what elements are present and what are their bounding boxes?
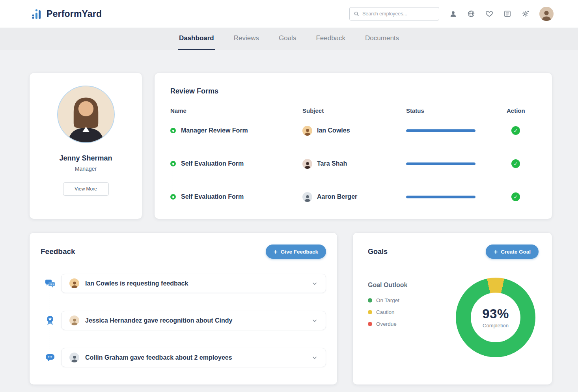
avatar	[302, 159, 312, 169]
create-goal-label: Create Goal	[501, 249, 531, 255]
review-forms-rows: Manager Review Form Ian Cowles ✓	[170, 114, 536, 213]
legend-item-caution: Caution	[368, 309, 407, 315]
review-forms-header-row: Name Subject Status Action	[170, 107, 536, 114]
top-header: PerformYard	[0, 0, 578, 28]
legend-item-on-target: On Target	[368, 297, 407, 303]
profile-card: Jenny Sherman Manager View More	[30, 73, 142, 219]
progress-bar-fill	[406, 129, 475, 132]
tab-dashboard[interactable]: Dashboard	[178, 28, 215, 50]
give-feedback-button[interactable]: + Give Feedback	[266, 245, 326, 259]
chat-bubbles-icon	[39, 277, 61, 290]
avatar	[302, 192, 312, 202]
avatar	[69, 278, 79, 288]
goals-title: Goals	[368, 248, 388, 256]
column-header-subject: Subject	[302, 107, 406, 114]
settings-gear-icon[interactable]	[521, 9, 530, 18]
plus-icon: +	[494, 248, 498, 255]
list-item: Ian Cowles is requesting feedback	[39, 274, 328, 293]
brand-logo-icon	[32, 9, 43, 19]
give-feedback-label: Give Feedback	[281, 249, 318, 255]
profile-role: Manager	[75, 166, 97, 172]
main-content: Jenny Sherman Manager View More Review F…	[0, 50, 578, 385]
chevron-down-icon[interactable]	[311, 317, 318, 324]
column-header-action: Action	[507, 107, 536, 114]
progress-bar	[406, 129, 475, 132]
forms-list-icon[interactable]	[503, 9, 512, 18]
column-header-name: Name	[170, 107, 302, 114]
legend-item-overdue: Overdue	[368, 321, 407, 327]
legend-label: Overdue	[376, 321, 397, 327]
legend-label: Caution	[376, 309, 395, 315]
search-box[interactable]	[349, 7, 439, 21]
goals-card: Goals + Create Goal Goal Outlook On Targ…	[353, 233, 552, 385]
feedback-entry-text: Collin Graham gave feedback about 2 empl…	[85, 354, 232, 361]
profile-photo	[57, 86, 115, 143]
legend-dot-caution	[368, 310, 372, 314]
complete-check-icon[interactable]: ✓	[511, 192, 520, 201]
legend-dot-on-target	[368, 298, 372, 302]
progress-bar	[406, 196, 475, 198]
complete-check-icon[interactable]: ✓	[511, 159, 520, 168]
profile-avatar-small[interactable]	[539, 7, 554, 21]
table-row[interactable]: Self Evaluation Form Tara Shah ✓	[170, 147, 536, 180]
list-item: Jessica Hernandez gave recognition about…	[39, 311, 328, 330]
form-name: Manager Review Form	[181, 127, 248, 134]
progress-bar	[406, 162, 475, 165]
feedback-title: Feedback	[41, 247, 75, 256]
list-item: Collin Graham gave feedback about 2 empl…	[39, 348, 328, 367]
feedback-entry[interactable]: Collin Graham gave feedback about 2 empl…	[61, 348, 326, 367]
tab-reviews[interactable]: Reviews	[233, 28, 260, 50]
search-icon	[354, 11, 359, 17]
review-forms-title: Review Forms	[170, 87, 536, 95]
table-row[interactable]: Self Evaluation Form Aaron Berger ✓	[170, 180, 536, 213]
feedback-card: Feedback + Give Feedback	[30, 233, 337, 385]
subject-name: Aaron Berger	[317, 193, 357, 200]
comment-bubble-icon	[39, 351, 61, 364]
subject-name: Tara Shah	[317, 160, 347, 167]
legend-label: On Target	[376, 297, 399, 303]
view-more-button[interactable]: View More	[63, 182, 109, 196]
goals-donut-chart: 93% Completion	[456, 278, 535, 357]
form-status-dot-icon	[170, 194, 176, 200]
complete-check-icon[interactable]: ✓	[511, 126, 520, 135]
globe-icon[interactable]	[467, 9, 475, 18]
user-icon[interactable]	[449, 9, 457, 18]
feedback-entry[interactable]: Jessica Hernandez gave recognition about…	[61, 311, 326, 330]
completion-label: Completion	[483, 323, 509, 329]
goal-outlook-title: Goal Outlook	[368, 282, 407, 289]
review-forms-card: Review Forms Name Subject Status Action …	[155, 73, 552, 219]
chevron-down-icon[interactable]	[311, 355, 318, 361]
progress-bar-fill	[406, 196, 475, 198]
feedback-entry-text: Ian Cowles is requesting feedback	[85, 280, 188, 287]
form-name: Self Evaluation Form	[181, 193, 244, 200]
profile-name: Jenny Sherman	[59, 154, 112, 162]
table-row[interactable]: Manager Review Form Ian Cowles ✓	[170, 114, 536, 147]
recognition-badge-icon	[39, 314, 61, 327]
feedback-entry[interactable]: Ian Cowles is requesting feedback	[61, 274, 326, 293]
form-status-dot-icon	[170, 161, 176, 166]
brand-logo[interactable]: PerformYard	[32, 9, 102, 19]
column-header-status: Status	[406, 107, 507, 114]
create-goal-button[interactable]: + Create Goal	[486, 245, 539, 259]
recognition-heart-icon[interactable]	[485, 9, 494, 18]
subject-name: Ian Cowles	[317, 127, 350, 134]
goals-donut-center: 93% Completion	[471, 293, 520, 342]
tab-documents[interactable]: Documents	[364, 28, 400, 50]
completion-percent: 93%	[482, 306, 509, 321]
tab-feedback[interactable]: Feedback	[315, 28, 346, 50]
tab-goals[interactable]: Goals	[278, 28, 297, 50]
form-status-dot-icon	[170, 128, 176, 133]
feedback-entry-text: Jessica Hernandez gave recognition about…	[85, 317, 232, 324]
goal-outlook-legend: Goal Outlook On Target Caution Overdu	[368, 282, 407, 357]
main-nav: Dashboard Reviews Goals Feedback Documen…	[0, 28, 578, 50]
avatar	[69, 353, 79, 362]
plus-icon: +	[274, 248, 278, 255]
search-input[interactable]	[362, 11, 435, 17]
progress-bar-fill	[406, 162, 475, 165]
form-name: Self Evaluation Form	[181, 160, 244, 167]
brand-name: PerformYard	[47, 9, 102, 19]
chevron-down-icon[interactable]	[311, 280, 318, 287]
feedback-list: Ian Cowles is requesting feedback	[39, 274, 328, 367]
avatar	[302, 126, 312, 136]
legend-dot-overdue	[368, 322, 372, 326]
